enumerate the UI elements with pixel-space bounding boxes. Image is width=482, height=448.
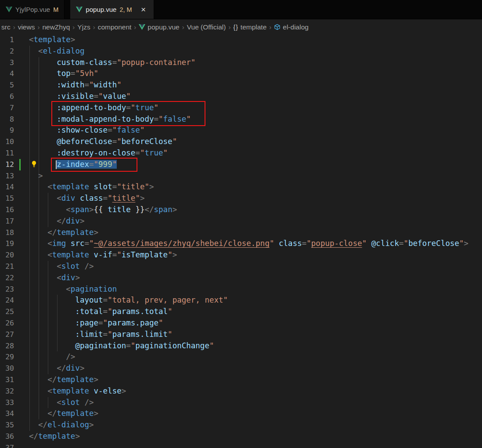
code-line-34[interactable]: 34 </template>: [0, 408, 482, 419]
line-number[interactable]: 21: [0, 261, 14, 272]
code-line-17[interactable]: 17 </div>: [0, 216, 482, 227]
code-line-4[interactable]: 4 top="5vh": [0, 68, 482, 79]
code-line-30[interactable]: 30 </div>: [0, 363, 482, 374]
breadcrumb-item-src[interactable]: src: [1, 23, 11, 31]
code-line-2[interactable]: 2 <el-dialog: [0, 46, 482, 57]
line-number[interactable]: 26: [0, 318, 14, 329]
token: span: [71, 205, 89, 214]
line-number[interactable]: 14: [0, 181, 14, 193]
token: :page: [75, 318, 98, 327]
tab-popup.vue[interactable]: popup.vue2, M×: [70, 0, 154, 19]
code-line-21[interactable]: 21 <slot />: [0, 261, 482, 272]
token: [29, 148, 57, 157]
code-line-35[interactable]: 35 </el-dialog>: [0, 419, 482, 431]
line-number[interactable]: 10: [0, 136, 14, 148]
code-line-8[interactable]: 8 :modal-append-to-body="false": [0, 114, 482, 125]
line-number[interactable]: 6: [0, 91, 14, 102]
token: true: [144, 148, 163, 157]
code-line-31[interactable]: 31 </template>: [0, 374, 482, 386]
token: value: [103, 92, 126, 101]
code-line-26[interactable]: 26 :page="params.page": [0, 318, 482, 329]
code-line-22[interactable]: 22 <div>: [0, 272, 482, 284]
code-line-37[interactable]: 37: [0, 442, 482, 448]
line-number[interactable]: 35: [0, 419, 14, 431]
line-number[interactable]: 32: [0, 386, 14, 397]
line-number[interactable]: 37: [0, 442, 14, 448]
code-line-14[interactable]: 14 <template slot="title">: [0, 181, 482, 193]
quick-fix-lightbulb-icon[interactable]: [30, 160, 38, 170]
token: ": [89, 239, 94, 248]
line-number[interactable]: 2: [0, 46, 14, 57]
breadcrumb-item-popup.vue[interactable]: popup.vue: [139, 23, 179, 31]
line-number[interactable]: 15: [0, 193, 14, 204]
line-number[interactable]: 11: [0, 148, 14, 159]
breadcrumb-item-views[interactable]: views: [18, 23, 35, 31]
breadcrumb-item-el-dialog[interactable]: el-dialog: [274, 23, 309, 31]
code-line-33[interactable]: 33 <slot />: [0, 397, 482, 408]
code-line-25[interactable]: 25 :total="params.total": [0, 306, 482, 318]
line-number[interactable]: 16: [0, 204, 14, 216]
breadcrumb-item-component[interactable]: component: [98, 23, 132, 31]
line-number[interactable]: 4: [0, 68, 14, 79]
code-line-23[interactable]: 23 <pagination: [0, 284, 482, 295]
code-line-5[interactable]: 5 :width="width": [0, 79, 482, 91]
line-number[interactable]: 29: [0, 351, 14, 363]
code-line-6[interactable]: 6 :visible="value": [0, 91, 482, 102]
line-number[interactable]: 36: [0, 431, 14, 442]
line-number[interactable]: 31: [0, 374, 14, 386]
line-number[interactable]: 12: [0, 159, 14, 170]
tab-YjylPop.vue[interactable]: YjylPop.vueM: [0, 0, 65, 19]
code-line-11[interactable]: 11 :destroy-on-close="true": [0, 148, 482, 159]
line-number[interactable]: 30: [0, 363, 14, 374]
code-line-13[interactable]: 13 >: [0, 170, 482, 182]
line-number[interactable]: 25: [0, 306, 14, 318]
breadcrumb-item-newZhyq[interactable]: newZhyq: [42, 23, 70, 31]
line-number[interactable]: 20: [0, 249, 14, 261]
line-number[interactable]: 22: [0, 272, 14, 284]
line-number[interactable]: 7: [0, 102, 14, 114]
code-line-36[interactable]: 36</template>: [0, 431, 482, 442]
code-line-16[interactable]: 16 <span>{{ title }}</span>: [0, 204, 482, 216]
line-number[interactable]: 19: [0, 238, 14, 249]
tab-close-icon[interactable]: ×: [139, 5, 148, 14]
token: :modal-append-to-body: [57, 115, 154, 123]
code-line-20[interactable]: 20 <template v-if="isTemplate">: [0, 249, 482, 261]
line-number[interactable]: 17: [0, 216, 14, 227]
code-line-24[interactable]: 24 layout="total, prev, pager, next": [0, 295, 482, 306]
line-number[interactable]: 24: [0, 295, 14, 306]
token: =: [98, 318, 103, 327]
code-line-12[interactable]: 12 z-index="999": [0, 159, 482, 170]
breadcrumb-item-template[interactable]: {}template: [233, 23, 266, 31]
code-text: <pagination: [14, 285, 117, 293]
line-number[interactable]: 34: [0, 408, 14, 419]
token: custom-class: [57, 58, 112, 67]
line-number[interactable]: 3: [0, 57, 14, 69]
line-number[interactable]: 18: [0, 227, 14, 238]
line-number[interactable]: 33: [0, 397, 14, 408]
code-line-7[interactable]: 7 :append-to-body="true": [0, 102, 482, 114]
code-line-1[interactable]: 1<template>: [0, 34, 482, 46]
line-number[interactable]: 27: [0, 329, 14, 340]
code-editor[interactable]: 1<template>2 <el-dialog3 custom-class="p…: [0, 34, 482, 448]
line-number[interactable]: 8: [0, 114, 14, 125]
code-line-19[interactable]: 19 <img src="~@/assets/images/zhyq/shebe…: [0, 238, 482, 249]
code-line-15[interactable]: 15 <div class="title">: [0, 193, 482, 204]
line-number[interactable]: 28: [0, 340, 14, 352]
line-number[interactable]: 9: [0, 125, 14, 136]
line-number[interactable]: 13: [0, 170, 14, 182]
line-number[interactable]: 1: [0, 34, 14, 46]
code-line-29[interactable]: 29 />: [0, 351, 482, 363]
code-line-28[interactable]: 28 @pagination="paginationChange": [0, 340, 482, 352]
breadcrumb-item-Yjzs[interactable]: Yjzs: [77, 23, 90, 31]
token: =: [103, 296, 108, 304]
code-line-27[interactable]: 27 :limit="params.limit": [0, 329, 482, 340]
code-line-3[interactable]: 3 custom-class="popup-container": [0, 57, 482, 69]
code-line-9[interactable]: 9 :show-close="false": [0, 125, 482, 136]
token: template: [57, 375, 94, 384]
code-line-32[interactable]: 32 <template v-else>: [0, 386, 482, 397]
code-line-10[interactable]: 10 @beforeClose="beforeClose": [0, 136, 482, 148]
line-number[interactable]: 23: [0, 284, 14, 295]
code-line-18[interactable]: 18 </template>: [0, 227, 482, 238]
line-number[interactable]: 5: [0, 79, 14, 91]
breadcrumb-item-Vue (Official)[interactable]: Vue (Official): [187, 23, 226, 31]
